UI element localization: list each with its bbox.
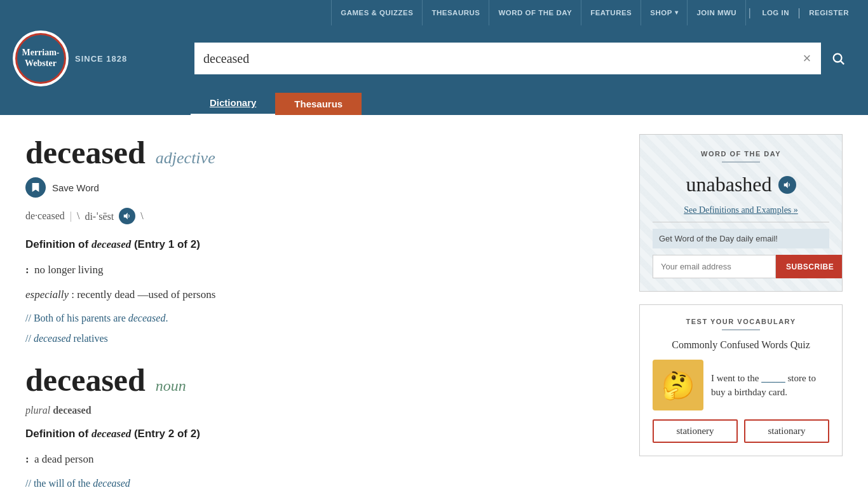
logo[interactable]: Merriam-Webster SINCE 1828: [13, 30, 184, 86]
shop-chevron-icon: ▾: [675, 0, 679, 25]
entry-1-word: deceased: [25, 134, 146, 171]
entry-1-pos: adjective: [156, 149, 215, 168]
pronunciation-row: de·ceased | \ di-ˈsēst \: [25, 208, 614, 224]
wotd-audio-button[interactable]: [778, 176, 796, 194]
svg-marker-2: [124, 213, 128, 220]
tab-thesaurus[interactable]: Thesaurus: [275, 93, 362, 115]
header: Merriam-Webster SINCE 1828 × Dictionar: [0, 25, 868, 115]
wotd-definitions-link[interactable]: See Definitions and Examples »: [684, 205, 798, 215]
vocab-img-row: 🤔 I went to the _____ store to buy a bir…: [653, 360, 829, 410]
since-label: SINCE 1828: [75, 54, 127, 64]
search-input[interactable]: [194, 43, 793, 74]
nav-divider: |: [746, 0, 753, 25]
wotd-separator: [653, 222, 829, 222]
save-word-label: Save Word: [52, 182, 99, 193]
pron-backslash2: \: [140, 210, 143, 222]
nav-link-join[interactable]: JOIN MWU: [688, 0, 746, 25]
bookmark-icon: [31, 182, 40, 193]
plural-line: plural deceased: [25, 405, 614, 416]
wotd-link: See Definitions and Examples »: [653, 205, 829, 215]
email-input[interactable]: [653, 255, 776, 278]
tab-dictionary[interactable]: Dictionary: [191, 92, 275, 115]
entry-1-example1: // Both of his parents are deceased.: [25, 311, 614, 326]
entry-1-def1: : no longer living: [25, 261, 614, 278]
save-word-row: Save Word: [25, 177, 614, 198]
shop-label: SHOP: [650, 0, 672, 25]
logo-text: Merriam-Webster: [22, 48, 59, 69]
search-area: ×: [194, 43, 855, 74]
entry-2-def-heading: Definition of deceased (Entry 2 of 2): [25, 428, 614, 440]
save-word-button[interactable]: [25, 177, 46, 198]
vocab-options: stationery stationary: [653, 419, 829, 443]
nav-link-shop[interactable]: SHOP ▾: [641, 0, 688, 25]
vocab-option-stationary[interactable]: stationary: [744, 419, 829, 443]
wotd-label: WORD OF THE DAY: [653, 150, 829, 158]
tabs-row: Dictionary Thesaurus: [13, 92, 855, 115]
vocab-emoji-image: 🤔: [653, 360, 703, 410]
pron-ipa: di-ˈsēst: [85, 210, 114, 222]
search-icon: [831, 51, 845, 65]
wotd-word: unabashed: [686, 173, 771, 196]
login-link[interactable]: LOG IN: [753, 0, 798, 25]
speaker-icon: [123, 212, 131, 220]
vocab-blank: _____: [761, 373, 785, 383]
entry-1-example2: // deceased relatives: [25, 331, 614, 346]
pron-backslash1: \: [77, 210, 79, 222]
def2-colon: :: [25, 453, 29, 465]
entry-1-def2: especially : recently dead —used of pers…: [25, 286, 614, 303]
main-content: deceased adjective Save Word de·ceased |…: [0, 115, 868, 488]
entry-1-def-heading: Definition of deceased (Entry 1 of 2): [25, 238, 614, 251]
svg-line-1: [841, 61, 844, 64]
subscribe-button[interactable]: SUBSCRIBE: [776, 255, 843, 278]
def-colon: :: [25, 264, 29, 276]
wotd-email-section: Get Word of the Day daily email!: [653, 229, 829, 248]
wotd-speaker-icon: [783, 181, 791, 189]
left-content: deceased adjective Save Word de·ceased |…: [25, 134, 639, 488]
wotd-word-row: unabashed: [653, 173, 829, 196]
wotd-email-label: Get Word of the Day daily email!: [659, 234, 823, 243]
vocab-label: TEST YOUR VOCABULARY: [653, 318, 829, 325]
entry-1-header: deceased adjective: [25, 134, 614, 171]
right-sidebar: WORD OF THE DAY unabashed See Definition…: [639, 134, 843, 488]
nav-link-wotd[interactable]: WORD OF THE DAY: [489, 0, 581, 25]
vocab-quiz-title: Commonly Confused Words Quiz: [653, 339, 829, 351]
entry-2-pos: noun: [156, 377, 186, 395]
entry-2-def1: : a dead person: [25, 451, 614, 468]
vocab-option-stationery[interactable]: stationery: [653, 419, 738, 443]
entry-2-example1: // the will of the deceased: [25, 476, 614, 488]
vocab-box: TEST YOUR VOCABULARY Commonly Confused W…: [639, 304, 843, 456]
wotd-underline: [722, 161, 760, 163]
vocab-underline: [722, 329, 760, 330]
entry-2-header: deceased noun: [25, 362, 614, 398]
nav-link-features[interactable]: FEATURES: [581, 0, 641, 25]
entry-2-word: deceased: [25, 362, 146, 398]
nav-link-games[interactable]: GAMES & QUIZZES: [331, 0, 423, 25]
pron-sep1: |: [70, 210, 72, 222]
svg-marker-3: [783, 181, 787, 188]
wotd-email-row: SUBSCRIBE: [653, 255, 829, 278]
register-link[interactable]: REGISTER: [800, 0, 858, 25]
top-nav: GAMES & QUIZZES THESAURUS WORD OF THE DA…: [0, 0, 868, 25]
logo-circle: Merriam-Webster: [13, 30, 69, 86]
svg-point-0: [834, 54, 842, 62]
wotd-box: WORD OF THE DAY unabashed See Definition…: [639, 134, 843, 292]
search-submit-button[interactable]: [821, 43, 855, 74]
pron-syllables: de·ceased: [25, 210, 65, 222]
search-clear-button[interactable]: ×: [793, 43, 821, 74]
nav-link-thesaurus[interactable]: THESAURUS: [423, 0, 489, 25]
audio-button[interactable]: [119, 208, 135, 224]
vocab-question: I went to the _____ store to buy a birth…: [711, 371, 829, 400]
